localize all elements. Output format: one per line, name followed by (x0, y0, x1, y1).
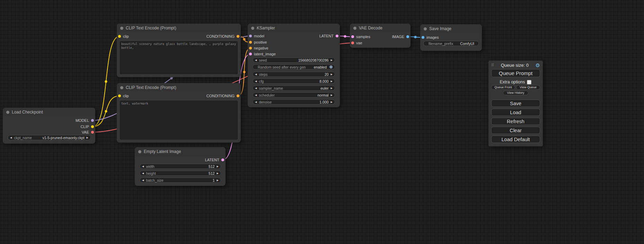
random-seed-toggle-widget[interactable]: Random seed after every gen enabled (253, 64, 335, 70)
node-empty-latent-image[interactable]: Empty Latent Image LATENT ◀ width 512 ▶ … (135, 147, 226, 186)
collapse-dot-icon[interactable] (138, 150, 141, 153)
decrement-arrow-icon[interactable]: ◀ (142, 165, 144, 168)
decrement-arrow-icon[interactable]: ◀ (255, 73, 257, 75)
collapse-dot-icon[interactable] (120, 27, 123, 30)
prev-option-arrow-icon[interactable]: ◀ (255, 87, 257, 89)
width-widget[interactable]: ◀ width 512 ▶ (140, 164, 221, 169)
next-option-arrow-icon[interactable]: ▶ (87, 136, 88, 139)
conditioning-port-dot[interactable] (237, 35, 239, 38)
prev-option-arrow-icon[interactable]: ◀ (255, 94, 257, 96)
clip-port-dot[interactable] (118, 94, 121, 97)
ckpt-name-widget[interactable]: ◀ ckpt_name v1-5-pruned-emaonly.ckpt ▶ (8, 135, 91, 140)
load-button[interactable]: Load (491, 109, 540, 116)
next-option-arrow-icon[interactable]: ▶ (331, 94, 333, 96)
node-header[interactable]: Empty Latent Image (135, 147, 226, 156)
next-option-arrow-icon[interactable]: ▶ (331, 87, 333, 89)
node-vae-decode[interactable]: VAE Decode samples vae IMAGE (350, 24, 411, 48)
decrement-arrow-icon[interactable]: ◀ (255, 101, 257, 103)
collapse-dot-icon[interactable] (120, 86, 123, 89)
node-header[interactable]: Load Checkpoint (3, 108, 95, 117)
latent-port-dot[interactable] (336, 35, 338, 37)
load-default-button[interactable]: Load Default (491, 136, 540, 143)
increment-arrow-icon[interactable]: ▶ (331, 80, 333, 82)
node-save-image[interactable]: Save Image images filename_prefix ComfyU… (420, 24, 482, 51)
vae-port-dot[interactable] (351, 42, 354, 44)
decrement-arrow-icon[interactable]: ◀ (255, 59, 257, 61)
wire-midpoint-dot (105, 80, 107, 83)
output-port-model: MODEL (76, 118, 94, 123)
height-widget[interactable]: ◀ height 512 ▶ (140, 171, 221, 176)
vae-port-dot[interactable] (91, 131, 94, 134)
filename-prefix-widget[interactable]: filename_prefix ComfyUI (423, 41, 479, 46)
increment-arrow-icon[interactable]: ▶ (217, 165, 219, 168)
steps-widget[interactable]: ◀ steps 20 ▶ (253, 72, 335, 77)
increment-arrow-icon[interactable]: ▶ (331, 101, 333, 103)
view-history-button[interactable]: View History (503, 91, 528, 95)
denoise-widget[interactable]: ◀ denoise 1.000 ▶ (253, 99, 335, 105)
port-label: negative (254, 46, 268, 50)
view-queue-button[interactable]: View Queue (516, 85, 540, 90)
extra-options-checkbox[interactable] (527, 80, 531, 84)
port-label: clip (123, 94, 129, 98)
node-clip-text-encode-positive[interactable]: CLIP Text Encode (Prompt) clip CONDITION… (117, 24, 241, 77)
node-clip-text-encode-negative[interactable]: CLIP Text Encode (Prompt) clip CONDITION… (117, 83, 241, 143)
widget-label: ckpt_name (14, 136, 32, 140)
sampler-name-widget[interactable]: ◀ sampler_name euler ▶ (253, 85, 335, 91)
queue-panel-header: ⠿ Queue size: 0 ⚙ (488, 61, 543, 68)
output-port-clip: CLIP (81, 124, 94, 129)
settings-gear-icon[interactable]: ⚙ (536, 63, 540, 68)
collapse-dot-icon[interactable] (6, 111, 9, 114)
node-header[interactable]: CLIP Text Encode (Prompt) (117, 83, 241, 92)
refresh-button[interactable]: Refresh (491, 118, 540, 125)
toggle-dot[interactable] (329, 65, 333, 69)
drag-handle-icon[interactable]: ⠿ (491, 63, 494, 67)
node-header[interactable]: KSampler (248, 24, 340, 33)
latent-port-dot[interactable] (249, 53, 252, 55)
node-ksampler[interactable]: KSampler model positive negative latent_… (248, 24, 340, 107)
model-port-dot[interactable] (91, 119, 94, 122)
clip-port-dot[interactable] (91, 125, 94, 128)
conditioning-port-dot[interactable] (237, 94, 239, 97)
node-graph-canvas[interactable]: Load Checkpoint MODEL CLIP VAE ◀ ckpt_na… (0, 0, 644, 244)
widget-value: 156680208700286 (298, 58, 329, 62)
latent-port-dot[interactable] (221, 159, 224, 161)
prev-option-arrow-icon[interactable]: ◀ (10, 136, 12, 139)
increment-arrow-icon[interactable]: ▶ (331, 59, 333, 61)
collapse-dot-icon[interactable] (353, 27, 356, 30)
node-header[interactable]: Save Image (420, 24, 482, 33)
decrement-arrow-icon[interactable]: ◀ (255, 80, 257, 82)
decrement-arrow-icon[interactable]: ◀ (142, 179, 144, 181)
conditioning-port-dot[interactable] (249, 47, 252, 49)
clear-button[interactable]: Clear (491, 127, 540, 134)
latent-port-dot[interactable] (351, 35, 354, 38)
queue-prompt-button[interactable]: Queue Prompt (491, 69, 540, 77)
node-title: Load Checkpoint (12, 110, 43, 115)
clip-port-dot[interactable] (118, 35, 121, 38)
collapse-dot-icon[interactable] (251, 27, 254, 30)
scheduler-widget[interactable]: ◀ scheduler normal ▶ (253, 92, 335, 98)
increment-arrow-icon[interactable]: ▶ (217, 179, 219, 181)
image-port-dot[interactable] (406, 35, 409, 38)
node-load-checkpoint[interactable]: Load Checkpoint MODEL CLIP VAE ◀ ckpt_na… (3, 108, 95, 144)
cfg-widget[interactable]: ◀ cfg 8.000 ▶ (253, 79, 335, 84)
save-button[interactable]: Save (491, 100, 540, 107)
node-header[interactable]: VAE Decode (350, 24, 411, 33)
model-port-dot[interactable] (249, 35, 252, 37)
decrement-arrow-icon[interactable]: ◀ (142, 172, 144, 174)
widget-value: enabled (314, 65, 327, 69)
increment-arrow-icon[interactable]: ▶ (331, 73, 333, 75)
conditioning-port-dot[interactable] (249, 41, 252, 44)
prompt-textarea[interactable]: text, watermark (119, 100, 238, 140)
queue-front-button[interactable]: Queue Front (491, 85, 515, 90)
seed-widget[interactable]: ◀ seed 156680208700286 ▶ (253, 57, 335, 63)
prompt-textarea[interactable]: beautiful scenery nature glass bottle la… (119, 40, 238, 75)
collapse-dot-icon[interactable] (424, 27, 427, 30)
batch-size-widget[interactable]: ◀ batch_size 1 ▶ (140, 178, 221, 183)
increment-arrow-icon[interactable]: ▶ (217, 172, 219, 174)
port-label: LATENT (319, 34, 334, 38)
image-port-dot[interactable] (422, 36, 424, 39)
output-port-vae: VAE (82, 129, 94, 135)
widget-value: 8.000 (319, 79, 328, 83)
node-header[interactable]: CLIP Text Encode (Prompt) (117, 24, 241, 33)
input-port-latent-image: latent_image (249, 51, 276, 57)
